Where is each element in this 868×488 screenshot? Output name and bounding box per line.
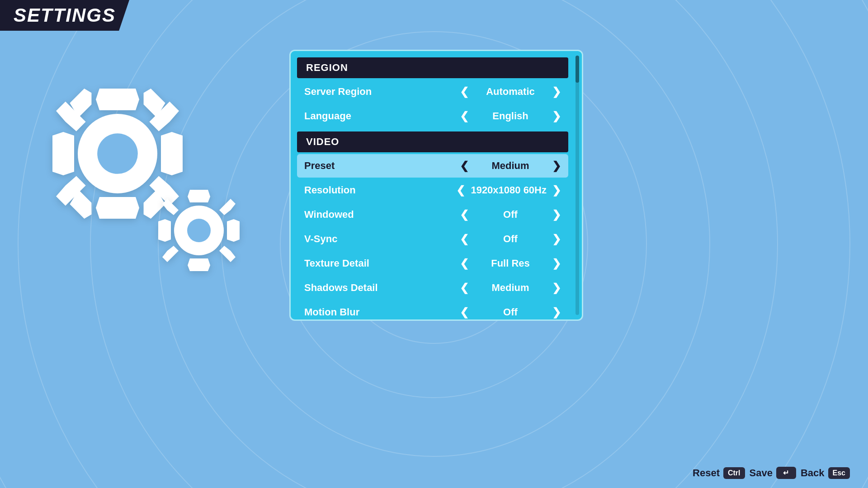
back-key-badge: Esc (828, 467, 850, 479)
panel-content: REGION Server Region ❮ Automatic ❯ Langu… (291, 51, 582, 319)
vsync-value: Off (474, 233, 547, 245)
shadows-detail-left-arrow[interactable]: ❮ (460, 282, 469, 294)
texture-detail-row[interactable]: Texture Detail ❮ Full Res ❯ (297, 252, 568, 275)
language-label: Language (304, 110, 460, 122)
server-region-row[interactable]: Server Region ❮ Automatic ❯ (297, 80, 568, 103)
vsync-control: ❮ Off ❯ (460, 233, 561, 245)
motion-blur-right-arrow[interactable]: ❯ (552, 306, 561, 319)
svg-point-10 (97, 133, 138, 174)
region-section-header: REGION (297, 57, 568, 78)
save-label: Save (750, 467, 773, 479)
server-region-control: ❮ Automatic ❯ (460, 85, 561, 98)
resolution-value: 868x488 60Hz (471, 184, 547, 196)
shadows-detail-right-arrow[interactable]: ❯ (552, 282, 561, 294)
windowed-control: ❮ Off ❯ (460, 208, 561, 221)
windowed-left-arrow[interactable]: ❮ (460, 208, 469, 221)
resolution-row[interactable]: Resolution ❮ 868x488 60Hz ❯ (297, 178, 568, 202)
texture-detail-value: Full Res (474, 258, 547, 269)
shadows-detail-row[interactable]: Shadows Detail ❮ Medium ❯ (297, 276, 568, 300)
language-right-arrow[interactable]: ❯ (552, 110, 561, 122)
video-section-header: VIDEO (297, 131, 568, 152)
preset-label: Preset (304, 160, 460, 172)
vsync-right-arrow[interactable]: ❯ (552, 233, 561, 245)
vsync-left-arrow[interactable]: ❮ (460, 233, 469, 245)
shadows-detail-label: Shadows Detail (304, 282, 460, 294)
svg-point-12 (187, 219, 211, 242)
texture-detail-left-arrow[interactable]: ❮ (460, 257, 469, 270)
motion-blur-control: ❮ Off ❯ (460, 306, 561, 319)
windowed-value: Off (474, 209, 547, 221)
shadows-detail-value: Medium (474, 282, 547, 294)
back-label: Back (801, 467, 825, 479)
vsync-row[interactable]: V-Sync ❮ Off ❯ (297, 227, 568, 251)
scrollbar-track[interactable] (576, 56, 579, 315)
texture-detail-label: Texture Detail (304, 258, 460, 269)
resolution-right-arrow[interactable]: ❯ (552, 184, 561, 197)
windowed-row[interactable]: Windowed ❮ Off ❯ (297, 203, 568, 226)
language-left-arrow[interactable]: ❮ (460, 110, 469, 122)
resolution-label: Resolution (304, 184, 456, 196)
texture-detail-control: ❮ Full Res ❯ (460, 257, 561, 270)
language-control: ❮ English ❯ (460, 110, 561, 122)
preset-row[interactable]: Preset ❮ Medium ❯ (297, 154, 568, 178)
shadows-detail-control: ❮ Medium ❯ (460, 282, 561, 294)
settings-panel: REGION Server Region ❮ Automatic ❯ Langu… (289, 50, 583, 321)
server-region-left-arrow[interactable]: ❮ (460, 85, 469, 98)
preset-control: ❮ Medium ❯ (460, 160, 561, 172)
small-gear-icon (154, 185, 244, 276)
reset-button[interactable]: Reset Ctrl (693, 467, 745, 479)
windowed-label: Windowed (304, 209, 460, 221)
preset-right-arrow[interactable]: ❯ (552, 160, 561, 172)
title-bar: SETTINGS (0, 0, 129, 31)
save-button[interactable]: Save ↵ (750, 467, 796, 479)
server-region-value: Automatic (474, 86, 547, 98)
language-value: English (474, 110, 547, 122)
motion-blur-value: Off (474, 306, 547, 318)
motion-blur-row[interactable]: Motion Blur ❮ Off ❯ (297, 300, 568, 319)
resolution-left-arrow[interactable]: ❮ (456, 184, 465, 197)
reset-label: Reset (693, 467, 720, 479)
save-key-badge: ↵ (776, 467, 796, 479)
bottom-action-bar: Reset Ctrl Save ↵ Back Esc (693, 467, 850, 479)
language-row[interactable]: Language ❮ English ❯ (297, 104, 568, 128)
motion-blur-label: Motion Blur (304, 306, 460, 318)
resolution-control: ❮ 868x488 60Hz ❯ (456, 184, 561, 197)
preset-value: Medium (474, 160, 547, 172)
texture-detail-right-arrow[interactable]: ❯ (552, 257, 561, 270)
page-title: SETTINGS (14, 5, 116, 26)
server-region-right-arrow[interactable]: ❯ (552, 85, 561, 98)
windowed-right-arrow[interactable]: ❯ (552, 208, 561, 221)
preset-left-arrow[interactable]: ❮ (460, 160, 469, 172)
reset-key-badge: Ctrl (723, 467, 745, 479)
back-button[interactable]: Back Esc (801, 467, 850, 479)
vsync-label: V-Sync (304, 233, 460, 245)
motion-blur-left-arrow[interactable]: ❮ (460, 306, 469, 319)
scrollbar-thumb[interactable] (576, 56, 579, 83)
server-region-label: Server Region (304, 86, 460, 98)
